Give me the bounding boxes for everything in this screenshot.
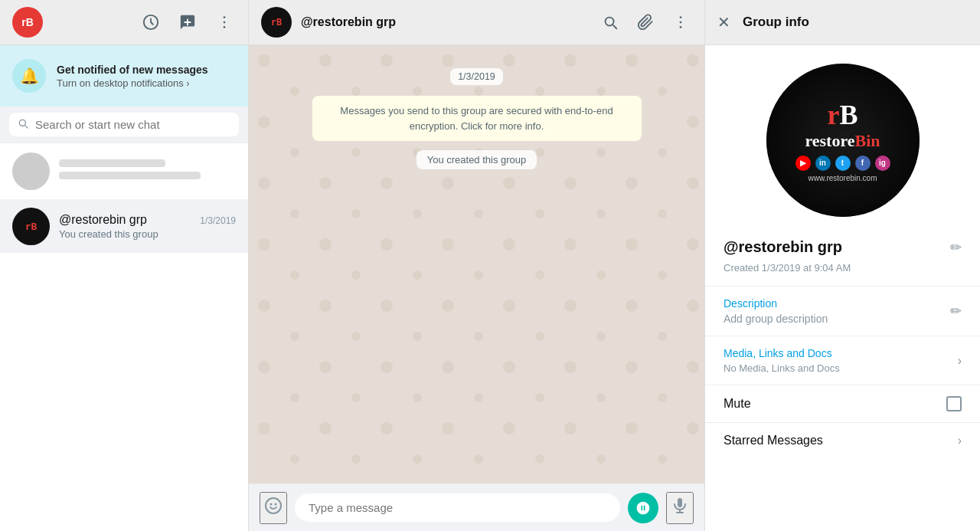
svg-point-1 [224, 16, 226, 18]
avatar-blur [12, 152, 50, 190]
created-badge: You created this group [416, 150, 537, 169]
svg-point-8 [270, 503, 273, 505]
svg-point-7 [266, 498, 281, 513]
attach-icon[interactable] [634, 11, 657, 34]
chat-footer [249, 483, 704, 531]
mute-row: Mute [705, 385, 980, 422]
group-created: Created 1/3/2019 at 9:04 AM [705, 262, 980, 286]
notification-subtitle[interactable]: Turn on desktop notifications › [57, 77, 208, 89]
search-inner [9, 113, 239, 136]
website-text: www.restorebin.com [808, 174, 877, 182]
youtube-icon: ▶ [795, 156, 811, 171]
sidebar-icon-group [139, 11, 236, 34]
mute-checkbox[interactable] [946, 396, 962, 411]
chat-list: rB @restorebin grp 1/3/2019 You created … [0, 143, 248, 531]
chat-avatar-restorebin: rB [12, 208, 50, 245]
r-letter: r [828, 99, 840, 131]
send-button[interactable] [628, 493, 658, 523]
svg-point-6 [680, 26, 682, 28]
notification-title: Get notified of new messages [57, 64, 208, 76]
media-value: No Media, Links and Docs [724, 362, 840, 374]
text-blur-name [59, 159, 165, 167]
chat-header-avatar[interactable]: rB [261, 7, 292, 38]
facebook-icon: f [855, 156, 871, 171]
chat-name-restorebin: @restorebin grp [59, 213, 147, 227]
media-label: Media, Links and Docs [724, 347, 840, 359]
media-content: Media, Links and Docs No Media, Links an… [724, 347, 840, 374]
group-info-header: ✕ Group info [705, 0, 980, 45]
description-section: Description Add group description ✏ [705, 287, 980, 336]
notification-banner[interactable]: 🔔 Get notified of new messages Turn on d… [0, 45, 248, 107]
svg-point-3 [224, 26, 226, 28]
chat-body: 1/3/2019 Messages you send to this group… [249, 45, 704, 483]
status-icon[interactable] [139, 11, 162, 34]
chat-header-name: @restorebin grp [301, 15, 590, 29]
encryption-notice[interactable]: Messages you send to this group are secu… [312, 96, 642, 141]
description-label: Description [724, 297, 828, 310]
emoji-icon[interactable] [260, 492, 287, 524]
chat-meta-restorebin: @restorebin grp 1/3/2019 You created thi… [59, 213, 236, 241]
mic-icon[interactable] [666, 492, 694, 524]
media-chevron-icon: › [958, 354, 962, 368]
description-content: Description Add group description [724, 297, 828, 325]
chat-header-info: @restorebin grp [301, 15, 590, 29]
date-badge: 1/3/2019 [450, 68, 503, 85]
b-letter: B [839, 99, 858, 131]
menu-icon[interactable] [213, 11, 236, 34]
new-chat-icon[interactable] [176, 11, 199, 34]
edit-description-icon[interactable]: ✏ [950, 303, 962, 320]
chat-item-placeholder [0, 143, 248, 200]
svg-point-4 [680, 16, 682, 18]
search-input[interactable] [35, 118, 231, 131]
search-icon [17, 117, 29, 132]
notification-text: Get notified of new messages Turn on des… [57, 64, 208, 89]
group-name-section: @restorebin grp ✏ [705, 229, 980, 262]
chat-preview-restorebin: You created this group [59, 228, 158, 240]
user-avatar[interactable]: rB [12, 7, 43, 38]
sidebar: rB 🔔 Get notified of new messages Tur [0, 0, 249, 531]
rb-brand-name: restoreBin [805, 131, 880, 151]
chat-text-blur [59, 159, 236, 184]
rb-logo-top: r B [828, 99, 858, 131]
text-blur-preview [59, 172, 201, 179]
bell-icon: 🔔 [20, 67, 39, 85]
social-icons: ▶ in t f ig [795, 156, 890, 171]
chat-item-restorebin[interactable]: rB @restorebin grp 1/3/2019 You created … [0, 200, 248, 253]
mute-label: Mute [724, 397, 751, 411]
starred-row[interactable]: Starred Messages › [705, 423, 980, 458]
message-input[interactable] [295, 493, 620, 522]
svg-rect-10 [678, 498, 682, 507]
linkedin-icon: in [815, 156, 831, 171]
svg-point-9 [275, 503, 277, 505]
close-group-info-button[interactable]: ✕ [717, 13, 730, 31]
search-bar [0, 107, 248, 143]
chat-header-rb-logo: rB [271, 17, 282, 28]
description-value: Add group description [724, 313, 828, 325]
instagram-icon: ig [875, 156, 890, 171]
twitter-icon: t [835, 156, 851, 171]
chat-header: rB @restorebin grp [249, 0, 704, 45]
media-links-row[interactable]: Media, Links and Docs No Media, Links an… [705, 336, 980, 385]
restore-text: restore [805, 131, 854, 150]
group-info-panel: ✕ Group info r B restoreBin ▶ in t f ig [704, 0, 980, 531]
svg-point-5 [680, 21, 682, 24]
bin-text: Bin [855, 131, 880, 150]
svg-point-2 [224, 21, 226, 24]
starred-chevron-icon: › [958, 434, 962, 447]
sidebar-header: rB [0, 0, 248, 45]
group-name: @restorebin grp [724, 238, 842, 256]
edit-name-icon[interactable]: ✏ [950, 239, 962, 256]
rb-logo-small: rB [25, 221, 38, 232]
chat-header-icons [599, 11, 692, 34]
search-chat-icon[interactable] [599, 11, 622, 34]
notification-icon-circle: 🔔 [12, 59, 46, 93]
chat-time-restorebin: 1/3/2019 [200, 215, 236, 226]
starred-label: Starred Messages [724, 434, 823, 447]
group-avatar-inner: r B restoreBin ▶ in t f ig www.restorebi… [766, 64, 920, 217]
chat-main: rB @restorebin grp 1/3/2019 Messa [249, 0, 704, 531]
group-avatar-large[interactable]: r B restoreBin ▶ in t f ig www.restorebi… [766, 64, 920, 217]
group-info-title: Group info [743, 15, 809, 30]
chat-menu-icon[interactable] [669, 11, 692, 34]
